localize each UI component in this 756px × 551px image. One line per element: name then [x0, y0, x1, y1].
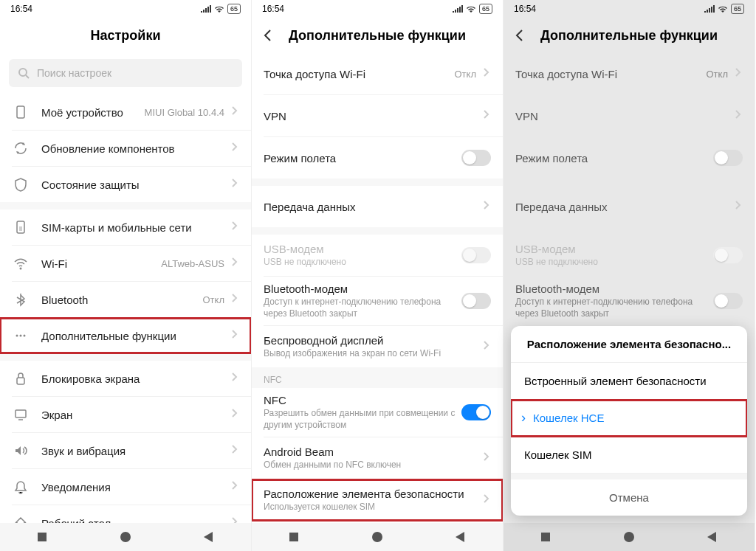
header: Дополнительные функции [504, 18, 755, 53]
nav-back-icon[interactable] [202, 530, 216, 544]
settings-row[interactable]: Точка доступа Wi-FiОткл [504, 53, 755, 94]
back-button[interactable] [512, 18, 527, 53]
row-label: USB-модем [264, 243, 461, 255]
settings-row[interactable]: Bluetooth-модемДоступ к интернет-подключ… [252, 277, 503, 325]
svg-rect-9 [17, 378, 24, 384]
settings-row[interactable]: Блокировка экрана [0, 361, 251, 396]
svg-point-16 [624, 532, 634, 542]
row-sublabel: Используется кошелек SIM [264, 502, 481, 513]
toggle[interactable] [713, 293, 743, 309]
toggle[interactable] [461, 404, 491, 420]
search-input[interactable]: Поиск настроек [9, 59, 242, 87]
settings-row[interactable]: Точка доступа Wi-FiОткл [252, 53, 503, 94]
settings-row[interactable]: Рабочий стол [0, 505, 251, 523]
status-bar: 16:54 65 [0, 0, 251, 18]
battery-icon: 65 [227, 4, 241, 14]
settings-row[interactable]: Передача данных [504, 186, 755, 227]
settings-row[interactable]: Передача данных [252, 186, 503, 227]
chevron-right-icon [481, 67, 491, 80]
row-label: Беспроводной дисплей [264, 334, 481, 347]
status-icons: 65 [201, 4, 241, 14]
settings-row[interactable]: Режим полета [252, 137, 503, 179]
settings-row[interactable]: Звук и вибрация [0, 433, 251, 468]
settings-row[interactable]: Дополнительные функции [0, 318, 251, 353]
row-sublabel: Доступ к интернет-подключению телефона ч… [515, 297, 713, 319]
nav-home-icon[interactable] [119, 530, 132, 544]
nav-back-icon[interactable] [454, 530, 467, 544]
toggle[interactable] [461, 293, 491, 309]
settings-row[interactable]: Экран [0, 397, 251, 432]
row-value: ALTweb-ASUS [161, 258, 224, 269]
toggle [461, 247, 491, 263]
page-title: Дополнительные функции [540, 28, 718, 44]
nav-back-icon[interactable] [706, 530, 719, 544]
nav-recent-icon[interactable] [35, 530, 49, 544]
bt-icon [12, 291, 30, 308]
status-time: 16:54 [10, 4, 32, 14]
back-button[interactable] [261, 18, 275, 53]
chevron-right-icon [481, 493, 491, 507]
signal-icon [201, 5, 211, 13]
nav-recent-icon[interactable] [539, 530, 552, 544]
settings-list[interactable]: Моё устройствоMIUI Global 10.4.4Обновлен… [0, 94, 251, 523]
row-label: VPN [515, 110, 732, 122]
svg-point-14 [372, 532, 382, 542]
row-label: Режим полета [515, 152, 713, 164]
chevron-right-icon [229, 105, 239, 119]
row-label: USB-модем [515, 243, 713, 255]
chevron-right-icon [229, 178, 239, 191]
svg-rect-15 [541, 533, 550, 541]
settings-row[interactable]: Расположение элемента безопасностиИсполь… [252, 479, 503, 521]
home-icon [12, 514, 30, 523]
row-sublabel: Вывод изображения на экран по сети Wi-Fi [264, 348, 481, 360]
settings-row[interactable]: Состояние защиты [0, 167, 251, 202]
row-label: Bluetooth [41, 294, 203, 306]
display-icon [12, 406, 30, 423]
sound-icon [12, 442, 30, 460]
header: Настройки [0, 18, 251, 53]
settings-row[interactable]: BluetoothОткл [0, 282, 251, 317]
header: Дополнительные функции [252, 18, 503, 53]
row-label: Android Beam [264, 446, 481, 458]
search-icon [18, 67, 30, 79]
settings-row[interactable]: Уведомления [0, 469, 251, 505]
settings-row[interactable]: Wi-FiALTweb-ASUS [0, 246, 251, 281]
sheet-cancel-button[interactable]: Отмена [511, 474, 747, 516]
settings-row[interactable]: Моё устройствоMIUI Global 10.4.4 [0, 94, 251, 130]
nav-home-icon[interactable] [622, 530, 636, 544]
settings-row[interactable]: USB-модемUSB не подключено [504, 235, 755, 276]
row-label: NFC [264, 394, 461, 406]
sheet-option[interactable]: Встроенный элемент безопасности [511, 363, 747, 400]
settings-row[interactable]: VPN [252, 95, 503, 136]
settings-row[interactable]: SIM-карты и мобильные сети [0, 209, 251, 245]
settings-row[interactable]: Обновление компонентов [0, 131, 251, 166]
search-placeholder: Поиск настроек [37, 67, 111, 79]
dots-icon [12, 327, 30, 344]
chevron-right-icon [229, 221, 239, 234]
row-value: Откл [455, 69, 477, 80]
nav-recent-icon[interactable] [287, 530, 300, 544]
sheet-option[interactable]: Кошелек HCE [511, 400, 747, 437]
status-bar: 16:54 65 [504, 0, 755, 18]
additional-list[interactable]: Точка доступа Wi-FiОтклVPNРежим полета П… [252, 53, 503, 523]
chevron-right-icon [229, 444, 239, 457]
row-value: Откл [203, 294, 225, 305]
toggle[interactable] [461, 150, 491, 166]
sheet-option[interactable]: Кошелек SIM [511, 437, 747, 474]
settings-row[interactable]: NFCРазрешить обмен данными при совмещени… [252, 388, 503, 437]
status-icons: 65 [453, 4, 492, 14]
row-label: VPN [264, 110, 481, 122]
row-label: Bluetooth-модем [264, 283, 461, 295]
settings-row[interactable]: Беспроводной дисплейВывод изображения на… [252, 326, 503, 367]
chevron-right-icon [732, 109, 743, 122]
chevron-right-icon [732, 200, 743, 213]
settings-row[interactable]: Bluetooth-модемДоступ к интернет-подключ… [504, 277, 755, 325]
settings-row[interactable]: USB-модемUSB не подключено [252, 235, 503, 276]
settings-row[interactable]: Режим полета [504, 137, 755, 179]
toggle[interactable] [713, 150, 743, 166]
toggle [713, 247, 743, 263]
settings-row[interactable]: Бесконтактная оплата [252, 521, 503, 523]
nav-home-icon[interactable] [371, 530, 384, 544]
settings-row[interactable]: VPN [504, 95, 755, 136]
settings-row[interactable]: Android BeamОбмен данными по NFC включен [252, 437, 503, 479]
